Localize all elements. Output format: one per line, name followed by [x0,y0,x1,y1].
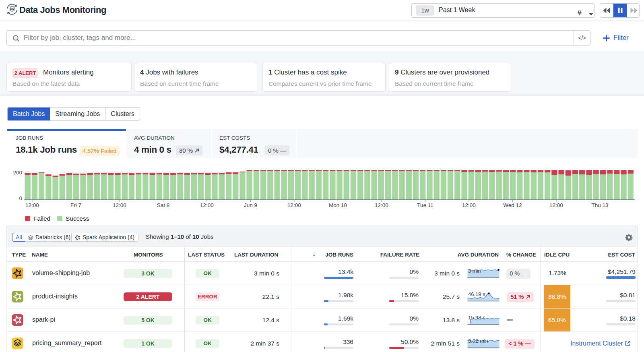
svg-text:200: 200 [13,170,22,176]
svg-text:Sat 8: Sat 8 [157,202,170,208]
svg-text:Wed 12: Wed 12 [503,202,522,208]
svg-text:12:00: 12:00 [287,202,301,208]
svg-text:Thu 13: Thu 13 [591,202,608,208]
svg-text:12:00: 12:00 [462,202,476,208]
svg-text:Tue 11: Tue 11 [417,202,433,208]
svg-text:Mon 10: Mon 10 [329,202,347,208]
svg-text:Fri 7: Fri 7 [70,202,81,208]
svg-text:12:00: 12:00 [375,202,388,208]
svg-text:12:00: 12:00 [200,202,214,208]
svg-text:12:00: 12:00 [549,202,563,208]
svg-text:12:00: 12:00 [25,202,39,208]
svg-text:12:00: 12:00 [113,202,126,208]
svg-text:Jun 9: Jun 9 [244,202,257,208]
svg-text:0: 0 [19,195,22,201]
